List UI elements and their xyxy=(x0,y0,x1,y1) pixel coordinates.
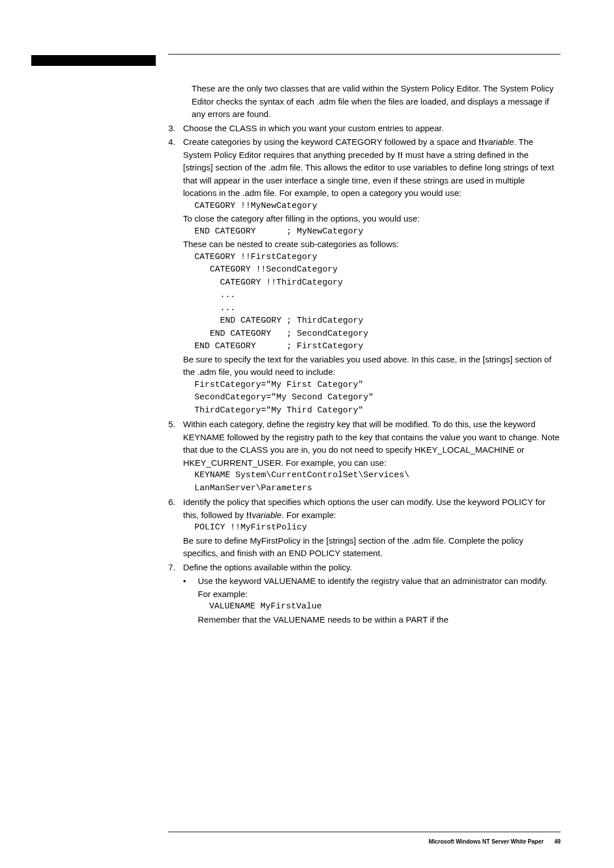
list-item-6: 6. Identify the policy that specifies wh… xyxy=(168,496,561,560)
header-black-bar xyxy=(31,55,156,66)
list-body: Choose the CLASS in which you want your … xyxy=(183,122,561,135)
sub-list-item: • Use the keyword VALUENAME to identify … xyxy=(183,575,561,626)
list-number: 3. xyxy=(168,122,183,135)
footer-title: Microsoft Windows NT Server White Paper xyxy=(429,838,544,845)
code-block: KEYNAME System\CurrentControlSet\Service… xyxy=(194,469,561,495)
sub-list-body: Use the keyword VALUENAME to identify th… xyxy=(198,575,561,626)
list-body: Define the options available within the … xyxy=(183,561,561,627)
text: Define the options available within the … xyxy=(183,561,561,574)
list-item-4: 4. Create categories by using the keywor… xyxy=(168,136,561,417)
list-item-7: 7. Define the options available within t… xyxy=(168,561,561,627)
code-block: CATEGORY !!FirstCategory CATEGORY !!Seco… xyxy=(194,251,561,353)
page-number: 49 xyxy=(554,838,561,845)
text: Create categories by using the keyword C… xyxy=(183,137,478,147)
header-rule xyxy=(168,54,561,55)
text: Be sure to specify the text for the vari… xyxy=(183,353,561,379)
text: To close the category after filling in t… xyxy=(183,212,561,226)
footer: Microsoft Windows NT Server White Paper … xyxy=(429,837,561,846)
text: Identify the policy that specifies which… xyxy=(183,497,545,520)
list-item-3: 3. Choose the CLASS in which you want yo… xyxy=(168,122,561,135)
italic-text: variable xyxy=(484,137,514,147)
intro-paragraph: These are the only two classes that are … xyxy=(192,82,561,121)
code-block: VALUENAME MyFirstValue xyxy=(209,600,561,614)
text: Use the keyword VALUENAME to identify th… xyxy=(198,575,561,600)
bold-text: !! xyxy=(478,137,484,147)
footer-rule xyxy=(168,832,561,832)
bullet: • xyxy=(183,575,198,626)
list-number: 4. xyxy=(168,136,183,417)
bold-text: !! xyxy=(246,510,252,520)
code-block: FirstCategory="My First Category" Second… xyxy=(194,379,561,418)
text: Remember that the VALUENAME needs to be … xyxy=(198,614,561,627)
list-number: 5. xyxy=(168,418,183,495)
list-body: Identify the policy that specifies which… xyxy=(183,496,561,560)
italic-text: variable xyxy=(252,510,282,520)
code-block: END CATEGORY ; MyNewCategory xyxy=(194,226,561,239)
text: . For example: xyxy=(281,510,336,520)
list-number: 6. xyxy=(168,496,183,560)
text: Within each category, define the registr… xyxy=(183,418,561,469)
bold-text: !! xyxy=(397,150,403,160)
list-item-5: 5. Within each category, define the regi… xyxy=(168,418,561,495)
list-number: 7. xyxy=(168,561,183,627)
list-body: Create categories by using the keyword C… xyxy=(183,136,561,417)
code-block: CATEGORY !!MyNewCategory xyxy=(194,200,561,213)
page-content: These are the only two classes that are … xyxy=(0,0,614,626)
text: These can be nested to create sub-catego… xyxy=(183,238,561,251)
list-body: Within each category, define the registr… xyxy=(183,418,561,495)
text: Be sure to define MyFirstPolicy in the [… xyxy=(183,535,561,560)
code-block: POLICY !!MyFirstPolicy xyxy=(194,521,561,535)
